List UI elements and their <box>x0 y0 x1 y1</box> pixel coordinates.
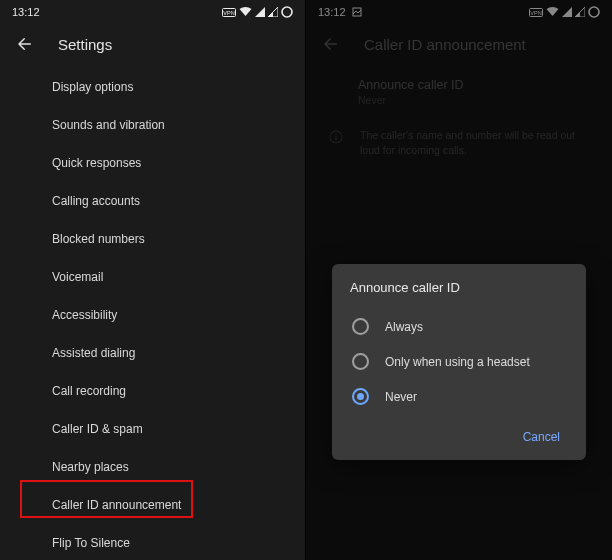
phone-caller-id-screen: 13:12 VPN Caller ID announcement Announc… <box>306 0 612 560</box>
list-item[interactable]: Caller ID & spam <box>0 410 305 448</box>
svg-point-2 <box>282 7 292 17</box>
dialog-title: Announce caller ID <box>350 280 568 295</box>
option-label: Always <box>385 320 423 334</box>
signal-icon-2 <box>268 7 278 17</box>
battery-ring-icon <box>281 6 293 18</box>
list-item[interactable]: Blocked numbers <box>0 220 305 258</box>
option-label: Never <box>385 390 417 404</box>
option-never[interactable]: Never <box>350 379 568 414</box>
dialog-actions: Cancel <box>350 424 568 450</box>
list-item[interactable]: Call recording <box>0 372 305 410</box>
header-title: Settings <box>58 36 112 53</box>
list-item[interactable]: Voicemail <box>0 258 305 296</box>
list-item[interactable]: Calling accounts <box>0 182 305 220</box>
status-icons: VPN <box>222 6 293 18</box>
status-time: 13:12 <box>12 6 40 18</box>
radio-icon-selected <box>352 388 369 405</box>
radio-icon <box>352 353 369 370</box>
dialog-announce-caller-id: Announce caller ID Always Only when usin… <box>332 264 586 460</box>
vpn-icon: VPN <box>222 8 236 17</box>
list-item[interactable]: Sounds and vibration <box>0 106 305 144</box>
signal-icon <box>255 7 265 17</box>
list-item[interactable]: Assisted dialing <box>0 334 305 372</box>
option-label: Only when using a headset <box>385 355 530 369</box>
list-item[interactable]: Accessibility <box>0 296 305 334</box>
svg-text:VPN: VPN <box>223 9 234 15</box>
cancel-button[interactable]: Cancel <box>515 424 568 450</box>
list-item[interactable]: Flip To Silence <box>0 524 305 560</box>
list-item[interactable]: Nearby places <box>0 448 305 486</box>
list-item-caller-id-announcement[interactable]: Caller ID announcement <box>0 486 305 524</box>
radio-icon <box>352 318 369 335</box>
phone-settings-screen: 13:12 VPN Settings Display options Sound… <box>0 0 306 560</box>
option-always[interactable]: Always <box>350 309 568 344</box>
option-headset[interactable]: Only when using a headset <box>350 344 568 379</box>
back-arrow-icon[interactable] <box>16 35 34 53</box>
status-bar: 13:12 VPN <box>0 0 305 24</box>
list-item[interactable]: Quick responses <box>0 144 305 182</box>
settings-list: Display options Sounds and vibration Qui… <box>0 64 305 560</box>
list-item[interactable]: Display options <box>0 68 305 106</box>
app-header: Settings <box>0 24 305 64</box>
wifi-icon <box>239 7 252 17</box>
